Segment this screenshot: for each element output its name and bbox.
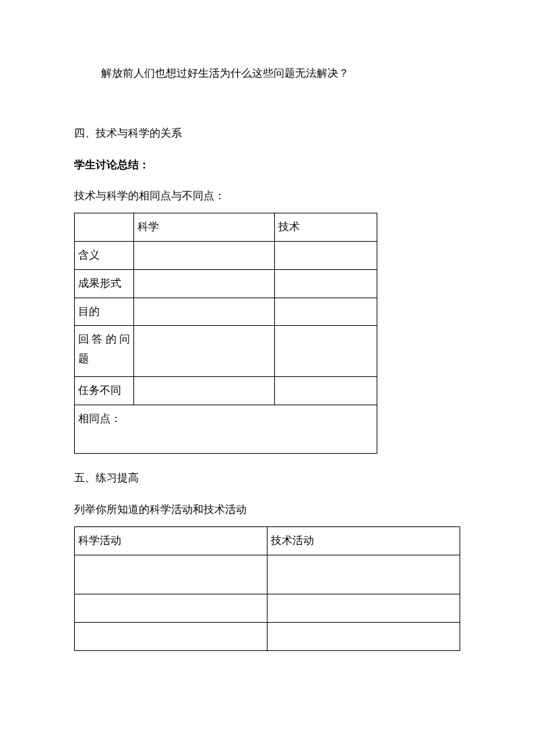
row-label: 目的: [75, 298, 134, 326]
row-label: 回答的问题: [75, 326, 134, 377]
cell: [133, 326, 275, 377]
cell: [133, 269, 275, 298]
cell: [275, 326, 377, 377]
table-row: [75, 622, 460, 650]
table-header-row: 科学活动 技术活动: [75, 526, 460, 555]
cell: [268, 594, 460, 622]
cell: [275, 269, 377, 298]
cell: [275, 377, 377, 405]
table-row: 回答的问题: [75, 326, 377, 377]
header-science-activity: 科学活动: [75, 526, 268, 555]
comparison-table: 科学 技术 含义 成果形式 目的 回答的问题 任务不同 相同点：: [74, 213, 377, 454]
same-points-cell: 相同点：: [75, 405, 377, 454]
cell: [133, 377, 275, 405]
header-cell-blank: [75, 213, 134, 242]
section-5-intro: 列举你所知道的科学活动和技术活动: [74, 500, 461, 520]
cell: [133, 298, 275, 326]
cell: [275, 241, 377, 269]
table-row: 任务不同: [75, 377, 377, 405]
row-label: 成果形式: [75, 269, 134, 298]
table-row: [75, 555, 460, 594]
table-last-row: 相同点：: [75, 405, 377, 454]
header-cell-science: 科学: [133, 213, 275, 242]
cell: [275, 298, 377, 326]
header-cell-technology: 技术: [275, 213, 377, 242]
row-label: 含义: [75, 241, 134, 269]
table-row: 成果形式: [75, 269, 377, 298]
header-technology-activity: 技术活动: [268, 526, 460, 555]
table-header-row: 科学 技术: [75, 213, 377, 242]
cell: [133, 241, 275, 269]
table-row: [75, 594, 460, 622]
section-4-intro: 技术与科学的相同点与不同点：: [74, 186, 461, 206]
cell: [75, 555, 268, 594]
row-label: 任务不同: [75, 377, 134, 405]
section-4-bold: 学生讨论总结：: [74, 156, 461, 175]
page-top-question: 解放前人们也想过好生活为什么这些问题无法解决？: [74, 64, 461, 83]
activity-table: 科学活动 技术活动: [74, 526, 460, 651]
section-5-title: 五、练习提高: [74, 469, 461, 488]
cell: [75, 622, 268, 650]
cell: [268, 555, 460, 594]
table-row: 含义: [75, 241, 377, 269]
table-row: 目的: [75, 298, 377, 326]
section-4-title: 四、技术与科学的关系: [74, 124, 461, 143]
cell: [268, 622, 460, 650]
cell: [75, 594, 268, 622]
row-label-text: 回答的问题: [78, 330, 130, 369]
